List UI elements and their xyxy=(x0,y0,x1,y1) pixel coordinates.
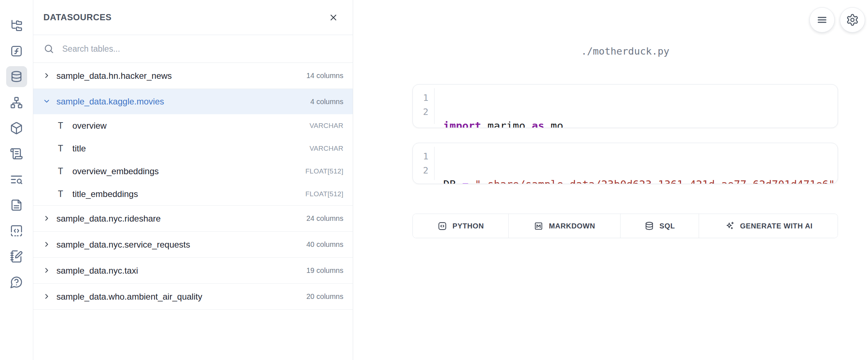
table-column-count: 4 columns xyxy=(310,98,343,106)
add-sql-cell-button[interactable]: SQL xyxy=(621,214,699,238)
search-icon xyxy=(43,43,54,54)
table-row-selected[interactable]: sample_data.kaggle.movies 4 columns xyxy=(33,89,353,114)
table-name: sample_data.kaggle.movies xyxy=(56,97,310,107)
cell-code[interactable]: DB = "_share/sample_data/23b0d623-1361-4… xyxy=(435,143,838,184)
column-name: overview xyxy=(72,121,309,131)
code-line: DB = "_share/sample_data/23b0d623-1361-4… xyxy=(443,177,838,184)
settings-button[interactable] xyxy=(840,7,865,33)
table-column-count: 20 columns xyxy=(306,292,343,301)
table-name: sample_data.nyc.rideshare xyxy=(56,214,306,224)
table-row[interactable]: sample_data.nyc.taxi 19 columns xyxy=(33,258,353,284)
column-type: FLOAT[512] xyxy=(305,190,343,198)
search-input[interactable] xyxy=(62,44,343,54)
text-search-icon[interactable] xyxy=(6,169,27,190)
chevron-right-icon xyxy=(43,72,51,80)
table-columns-group: T overview VARCHAR T title VARCHAR T ove… xyxy=(33,114,353,206)
column-type: VARCHAR xyxy=(309,122,343,130)
varchar-type-icon: T xyxy=(58,189,72,199)
code-cell: 1 2 DB = "_share/sample_data/23b0d623-13… xyxy=(412,143,838,184)
add-markdown-cell-button[interactable]: MARKDOWN xyxy=(509,214,621,238)
panel-title: DATASOURCES xyxy=(43,12,111,22)
varchar-type-icon: T xyxy=(58,166,72,176)
markdown-icon xyxy=(534,221,543,231)
menu-button[interactable] xyxy=(809,7,835,33)
logs-scroll-icon[interactable] xyxy=(6,143,27,164)
column-row[interactable]: T title VARCHAR xyxy=(33,137,353,160)
generate-with-ai-button[interactable]: GENERATE WITH AI xyxy=(699,214,838,238)
column-type: FLOAT[512] xyxy=(305,167,343,175)
table-column-count: 14 columns xyxy=(306,72,343,80)
notebook-editor: ./motherduck.py 1 2 import marimo as mo … xyxy=(353,0,868,360)
add-python-cell-button[interactable]: PYTHON xyxy=(413,214,509,238)
python-code-icon xyxy=(437,221,447,231)
column-name: title_embeddings xyxy=(72,189,305,199)
dependency-graph-icon[interactable] xyxy=(6,92,27,113)
function-square-icon[interactable] xyxy=(6,40,27,61)
table-row[interactable]: sample_data.hn.hacker_news 14 columns xyxy=(33,63,353,89)
hamburger-menu-icon xyxy=(816,13,829,26)
tables-list: sample_data.hn.hacker_news 14 columns sa… xyxy=(33,63,353,310)
cell-code[interactable]: import marimo as mo import duckdb xyxy=(435,85,838,128)
line-numbers: 1 2 xyxy=(413,88,435,124)
table-name: sample_data.who.ambient_air_quality xyxy=(56,292,306,302)
table-row[interactable]: sample_data.nyc.service_requests 40 colu… xyxy=(33,232,353,258)
gear-icon xyxy=(846,13,859,26)
datasources-panel: DATASOURCES sample_data.hn.hacker_news 1… xyxy=(33,0,353,360)
table-column-count: 40 columns xyxy=(306,240,343,249)
activity-bar xyxy=(0,0,33,360)
help-chat-icon[interactable] xyxy=(6,271,27,292)
varchar-type-icon: T xyxy=(58,143,72,154)
table-name: sample_data.nyc.taxi xyxy=(56,266,306,276)
table-row[interactable]: sample_data.who.ambient_air_quality 20 c… xyxy=(33,284,353,310)
chevron-right-icon xyxy=(43,266,51,275)
code-cell: 1 2 import marimo as mo import duckdb xyxy=(412,84,838,128)
varchar-type-icon: T xyxy=(58,121,72,131)
column-row[interactable]: T title_embeddings FLOAT[512] xyxy=(33,183,353,205)
panel-header: DATASOURCES xyxy=(33,0,353,35)
column-name: title xyxy=(72,143,309,154)
code-snippets-icon[interactable] xyxy=(6,220,27,241)
column-row[interactable]: T overview_embeddings FLOAT[512] xyxy=(33,160,353,183)
table-name: sample_data.nyc.service_requests xyxy=(56,240,306,250)
add-cell-bar: PYTHON MARKDOWN SQL GENERATE WITH AI xyxy=(412,214,838,238)
table-name: sample_data.hn.hacker_news xyxy=(56,71,306,81)
chevron-down-icon xyxy=(43,97,51,106)
package-box-icon[interactable] xyxy=(6,117,27,138)
chevron-right-icon xyxy=(43,240,51,249)
notebook-filename: ./motherduck.py xyxy=(412,46,838,57)
column-type: VARCHAR xyxy=(309,145,343,153)
sparkles-icon xyxy=(725,221,734,231)
scratchpad-icon[interactable] xyxy=(6,246,27,267)
table-row[interactable]: sample_data.nyc.rideshare 24 columns xyxy=(33,206,353,232)
close-icon[interactable] xyxy=(329,13,338,22)
file-tree-icon[interactable] xyxy=(6,15,27,36)
database-icon[interactable] xyxy=(6,66,27,87)
column-row[interactable]: T overview VARCHAR xyxy=(33,114,353,137)
database-icon xyxy=(644,221,654,231)
chevron-right-icon xyxy=(43,214,51,223)
table-column-count: 24 columns xyxy=(306,214,343,223)
column-name: overview_embeddings xyxy=(72,166,305,176)
search-bar xyxy=(33,35,353,63)
table-column-count: 19 columns xyxy=(306,266,343,275)
code-line: import marimo as mo xyxy=(443,119,838,128)
document-icon[interactable] xyxy=(6,194,27,215)
line-numbers: 1 2 xyxy=(413,147,435,180)
chevron-right-icon xyxy=(43,292,51,301)
